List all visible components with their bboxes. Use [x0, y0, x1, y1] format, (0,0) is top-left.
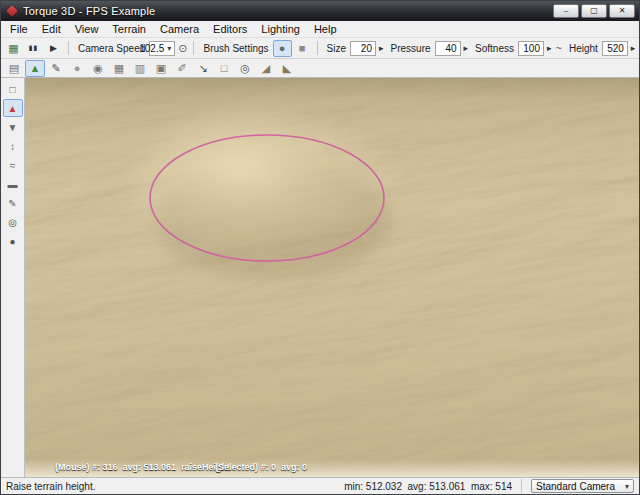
flatten-tool[interactable]: ▬: [3, 175, 23, 193]
chevron-down-icon: ▾: [167, 44, 171, 53]
sphere-icon[interactable]: ◉: [88, 60, 108, 77]
menu-edit[interactable]: Edit: [35, 22, 68, 36]
close-button[interactable]: ✕: [609, 4, 635, 18]
marquee-icon[interactable]: □: [214, 60, 234, 77]
brush-settings-label: Brush Settings: [203, 43, 268, 54]
terrain-toolbar: ▤ ▲ ✎ ● ◉ ▦ ▥ ▣ ✐ ↘ □ ◎ ◢ ◣: [1, 59, 639, 78]
camera-mode-select[interactable]: Standard Camera ▾: [531, 479, 634, 493]
tool-strip: □ ▲ ▼ ↕ ≈ ▬ ✎ ◎ ●: [1, 78, 25, 477]
brush-shape-buttons: ● ■: [273, 40, 312, 57]
statusbar-right: min: 512.032 avg: 513.061 max: 514 Stand…: [344, 479, 634, 493]
window-controls: – ▢ ✕: [553, 4, 635, 18]
minimize-button[interactable]: –: [553, 4, 579, 18]
height-label: Height: [569, 43, 598, 54]
softness-curve-icon[interactable]: ~: [555, 40, 563, 57]
pause-icon[interactable]: ▮▮: [24, 40, 43, 57]
divider: [68, 41, 69, 55]
main-area: □ ▲ ▼ ↕ ≈ ▬ ✎ ◎ ●: [1, 78, 639, 477]
camera-speed-label: Camera Speed: [78, 43, 145, 54]
visibility-icon[interactable]: ⊙: [177, 40, 188, 57]
ellipse-brush-icon[interactable]: ●: [273, 40, 292, 57]
softness-spinner[interactable]: ▸: [546, 43, 553, 53]
app-window: Torque 3D - FPS Example – ▢ ✕ File Edit …: [0, 0, 640, 495]
menu-camera[interactable]: Camera: [153, 22, 206, 36]
grid-select-icon[interactable]: ▤: [4, 60, 24, 77]
app-icon: [6, 5, 18, 17]
height-input[interactable]: 520: [602, 41, 628, 56]
pressure-input[interactable]: 40: [435, 41, 461, 56]
window-title: Torque 3D - FPS Example: [23, 5, 155, 17]
menu-file[interactable]: File: [3, 22, 35, 36]
pencil-icon[interactable]: ✎: [46, 60, 66, 77]
softness-input[interactable]: 100: [518, 41, 544, 56]
play-icon[interactable]: ▶: [44, 40, 63, 57]
menubar: File Edit View Terrain Camera Editors Li…: [1, 21, 639, 38]
terrain-editor-icon[interactable]: ▲: [25, 60, 45, 77]
mouse-stats: (Mouse) #: 316 avg: 513.061 raiseHeight: [55, 462, 230, 472]
maximize-button[interactable]: ▢: [581, 4, 607, 18]
slope-down-icon[interactable]: ◢: [256, 60, 276, 77]
camera-speed-value: 102.5: [139, 43, 164, 54]
texture-cube-icon[interactable]: ▦: [109, 60, 129, 77]
menu-terrain[interactable]: Terrain: [105, 22, 153, 36]
chevron-down-icon: ▾: [625, 482, 629, 491]
terrain-render: [25, 78, 639, 477]
set-height-tool[interactable]: ◎: [3, 213, 23, 231]
camera-mode-value: Standard Camera: [536, 481, 615, 492]
smooth-tool[interactable]: ≈: [3, 156, 23, 174]
menu-lighting[interactable]: Lighting: [254, 22, 307, 36]
lower-height-tool[interactable]: ▼: [3, 118, 23, 136]
divider: [193, 41, 194, 55]
main-toolbar: ▦ ▮▮ ▶ Camera Speed 102.5 ▾ ⊙ Brush Sett…: [1, 38, 639, 59]
smooth-icon[interactable]: ●: [67, 60, 87, 77]
height-spinner[interactable]: ▸: [630, 43, 637, 53]
size-input[interactable]: 20: [350, 41, 376, 56]
status-message: Raise terrain height.: [6, 481, 96, 492]
select-tool[interactable]: □: [3, 80, 23, 98]
statusbar: Raise terrain height. min: 512.032 avg: …: [1, 477, 639, 494]
divider: [317, 41, 318, 55]
size-label: Size: [327, 43, 346, 54]
terrain-stats: min: 512.032 avg: 513.061 max: 514: [344, 481, 512, 492]
image-frame-icon[interactable]: ▣: [151, 60, 171, 77]
pressure-spinner[interactable]: ▸: [463, 43, 470, 53]
camera-speed-dropdown[interactable]: 102.5 ▾: [149, 41, 175, 56]
softness-label: Softness: [475, 43, 514, 54]
box-brush-icon[interactable]: ■: [293, 40, 312, 57]
terrain-viewport[interactable]: (Mouse) #: 316 avg: 513.061 raiseHeight …: [25, 78, 639, 477]
clear-terrain-tool[interactable]: ●: [3, 232, 23, 250]
move-arrow-icon[interactable]: ↘: [193, 60, 213, 77]
menu-view[interactable]: View: [68, 22, 106, 36]
menu-editors[interactable]: Editors: [206, 22, 254, 36]
mound-highlight: [130, 116, 394, 260]
pressure-label: Pressure: [391, 43, 431, 54]
paint-brush-icon[interactable]: ✐: [172, 60, 192, 77]
size-spinner[interactable]: ▸: [378, 43, 385, 53]
adjust-height-tool[interactable]: ↕: [3, 137, 23, 155]
paint-noise-tool[interactable]: ✎: [3, 194, 23, 212]
titlebar[interactable]: Torque 3D - FPS Example – ▢ ✕: [1, 1, 639, 21]
menu-help[interactable]: Help: [307, 22, 344, 36]
divider: [521, 479, 522, 493]
raise-height-tool[interactable]: ▲: [3, 99, 23, 117]
selected-stats: (Selected) #: 0 avg: 0: [215, 462, 307, 472]
layer-stack-icon[interactable]: ▥: [130, 60, 150, 77]
world-editor-icon[interactable]: ▦: [4, 40, 23, 57]
magnifier-icon[interactable]: ◎: [235, 60, 255, 77]
mode-buttons: ▦ ▮▮ ▶: [4, 40, 63, 57]
ramp-icon[interactable]: ◣: [277, 60, 297, 77]
